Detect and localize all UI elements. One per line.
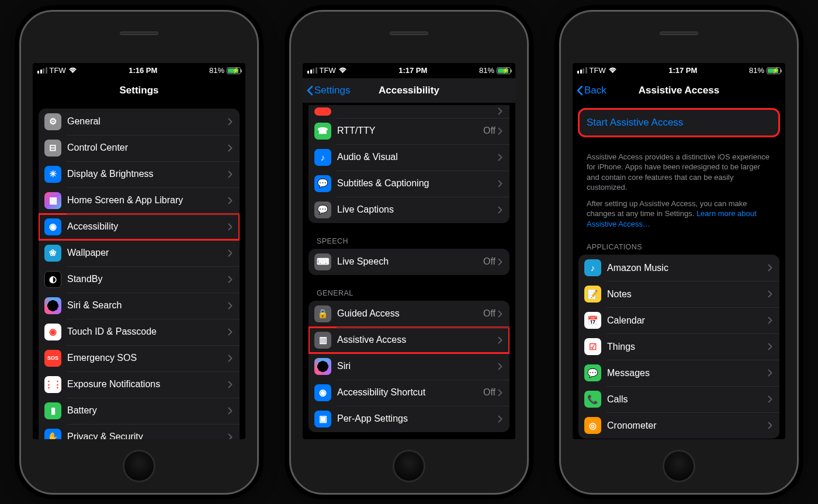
chevron-right-icon <box>228 197 233 204</box>
applications-group: ♪Amazon Music📝Notes📅Calendar☑Things💬Mess… <box>578 255 779 439</box>
settings-row-battery[interactable]: ▮Battery <box>39 398 240 424</box>
settings-row-siri[interactable]: Siri <box>309 353 509 380</box>
section-header: SPEECH <box>309 234 509 249</box>
gear-icon: ⚙ <box>44 113 61 130</box>
settings-row-exposure-notifications[interactable]: ⋮⋮Exposure Notifications <box>39 371 240 398</box>
chevron-right-icon <box>768 395 772 403</box>
row-label: Live Captions <box>337 204 498 215</box>
assistive-content[interactable]: Start Assistive AccessAssistive Access p… <box>573 103 785 439</box>
settings-row-privacy-security[interactable]: ✋Privacy & Security <box>39 424 240 439</box>
settings-row-audio-visual[interactable]: ♪Audio & Visual <box>309 144 509 171</box>
settings-row-wallpaper[interactable]: ❀Wallpaper <box>39 240 240 266</box>
settings-row-standby[interactable]: ◐StandBy <box>39 266 240 293</box>
row-label: Amazon Music <box>607 263 768 273</box>
row-label: Exposure Notifications <box>67 379 228 390</box>
row-label: Messages <box>607 368 768 378</box>
settings-row-live-speech[interactable]: ⌨Live SpeechOff <box>309 249 509 275</box>
settings-row-touch-id-passcode[interactable]: ◉Touch ID & Passcode <box>39 319 240 345</box>
signal-icon <box>307 67 317 74</box>
row-label: Per-App Settings <box>337 413 498 424</box>
chevron-right-icon <box>228 302 233 310</box>
settings-row-calls[interactable]: 📞Calls <box>578 386 779 412</box>
settings-group: 🔒Guided AccessOff▥Assistive AccessSiri◉A… <box>309 301 509 432</box>
signal-icon <box>577 67 587 74</box>
messages-icon: 💬 <box>584 364 601 381</box>
nav-bar: Back Assistive Access <box>573 78 785 103</box>
battery-icon: ⚡ <box>227 67 241 74</box>
row-label: Audio & Visual <box>337 152 498 162</box>
settings-row-guided-access[interactable]: 🔒Guided AccessOff <box>309 301 509 327</box>
chevron-right-icon <box>228 381 233 388</box>
clock: 1:17 PM <box>668 66 697 75</box>
livecap-icon: 💬 <box>314 201 331 218</box>
settings-row-rtt-tty[interactable]: ☎RTT/TTYOff <box>309 118 509 144</box>
settings-row-things[interactable]: ☑Things <box>578 333 779 360</box>
calendar-icon: 📅 <box>584 312 601 329</box>
row-label: StandBy <box>67 274 228 284</box>
settings-row-emergency-sos[interactable]: SOSEmergency SOS <box>39 345 240 371</box>
settings-row-control-center[interactable]: ⊟Control Center <box>39 135 240 161</box>
chevron-right-icon <box>228 118 233 126</box>
settings-content[interactable]: ⚙General⊟Control Center☀Display & Bright… <box>33 103 245 439</box>
phone-icon: 📞 <box>584 391 601 408</box>
learn-more-link[interactable]: Learn more about Assistive Access… <box>587 209 757 228</box>
battery-icon: ⚡ <box>767 67 781 74</box>
flower-icon: ❀ <box>44 245 61 262</box>
status-bar: TFW 1:17 PM 81% ⚡ <box>573 63 785 78</box>
row-value: Off <box>483 308 495 319</box>
settings-row-messages[interactable]: 💬Messages <box>578 360 779 386</box>
settings-row-home-screen-app-library[interactable]: ▦Home Screen & App Library <box>39 187 240 214</box>
hearing-group: ☎RTT/TTYOff♪Audio & Visual💬Subtitles & C… <box>309 105 509 223</box>
settings-row-display-brightness[interactable]: ☀Display & Brightness <box>39 161 240 187</box>
settings-row-live-captions[interactable]: 💬Live Captions <box>309 197 509 223</box>
chevron-right-icon <box>768 290 772 298</box>
chevron-right-icon <box>498 127 502 135</box>
home-button[interactable] <box>123 450 155 482</box>
battery-pct: 81% <box>479 66 494 75</box>
settings-row-accessibility-shortcut[interactable]: ◉Accessibility ShortcutOff <box>309 380 509 406</box>
settings-row-siri-search[interactable]: Siri & Search <box>39 293 240 319</box>
chevron-right-icon <box>228 433 233 439</box>
settings-row-cronometer[interactable]: ◎Cronometer <box>578 412 779 439</box>
back-button[interactable]: Settings <box>306 78 350 103</box>
screen-assistive-access: TFW 1:17 PM 81% ⚡ Back Assistive Access … <box>573 63 785 439</box>
virus-icon: ⋮⋮ <box>44 376 61 393</box>
phone-frame-3: TFW 1:17 PM 81% ⚡ Back Assistive Access … <box>559 10 799 495</box>
settings-row-truncated[interactable] <box>309 105 509 118</box>
chevron-right-icon <box>228 276 233 283</box>
row-label: General <box>67 116 228 127</box>
access-icon: ◉ <box>314 384 331 401</box>
row-label: Subtitles & Captioning <box>337 178 498 189</box>
settings-group: ⌨Live SpeechOff <box>309 249 509 275</box>
settings-row-notes[interactable]: 📝Notes <box>578 281 779 307</box>
settings-row-assistive-access[interactable]: ▥Assistive Access <box>309 327 509 353</box>
row-label: Touch ID & Passcode <box>67 326 228 337</box>
settings-row-amazon-music[interactable]: ♪Amazon Music <box>578 255 779 281</box>
settings-row-accessibility[interactable]: ◉Accessibility <box>39 214 240 240</box>
chevron-right-icon <box>768 317 772 324</box>
home-button[interactable] <box>393 450 425 482</box>
standby-icon: ◐ <box>44 271 61 288</box>
status-bar: TFW 1:17 PM 81% ⚡ <box>303 63 515 78</box>
row-label: Display & Brightness <box>67 169 228 179</box>
chevron-right-icon <box>228 171 233 178</box>
ear-icon: ♪ <box>314 149 331 166</box>
clock: 1:16 PM <box>129 66 157 75</box>
row-label: Control Center <box>67 142 228 153</box>
chevron-right-icon <box>228 407 233 415</box>
settings-row-per-app-settings[interactable]: ▣Per-App Settings <box>309 406 509 432</box>
chevron-left-icon <box>306 85 313 96</box>
siri-icon <box>44 297 61 314</box>
home-button[interactable] <box>663 450 695 482</box>
battery-pct: 81% <box>209 66 224 75</box>
chevron-right-icon <box>498 206 502 214</box>
applications-header: APPLICATIONS <box>578 239 779 255</box>
settings-row-calendar[interactable]: 📅Calendar <box>578 307 779 333</box>
amazon-icon: ♪ <box>584 259 601 276</box>
accessibility-content[interactable]: ☎RTT/TTYOff♪Audio & Visual💬Subtitles & C… <box>303 103 515 439</box>
settings-row-general[interactable]: ⚙General <box>39 109 240 135</box>
settings-row-subtitles-captioning[interactable]: 💬Subtitles & Captioning <box>309 171 509 197</box>
start-assistive-access-button[interactable]: Start Assistive Access <box>578 109 779 137</box>
back-button[interactable]: Back <box>576 78 606 103</box>
row-label: Home Screen & App Library <box>67 195 228 206</box>
